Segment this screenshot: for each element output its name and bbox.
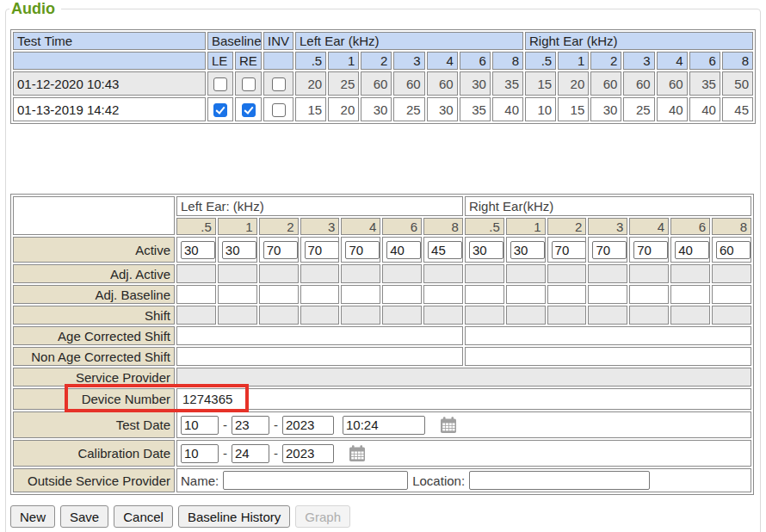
test-date-day-input[interactable] [232,416,269,435]
active-left-1-input[interactable] [181,241,215,259]
test-time-input[interactable] [343,416,425,435]
age-corrected-shift-left-cell [176,326,463,345]
service-provider-value-cell [176,368,751,387]
freq-header: 2 [590,52,621,70]
threshold-cell: 60 [393,71,424,96]
active-left-6-input[interactable] [386,241,421,259]
freq-header: 8 [722,52,753,70]
action-button-bar: New Save Cancel Baseline History Graph [10,505,350,528]
baseline-history-button[interactable]: Baseline History [178,505,290,528]
active-left-3-input[interactable] [263,241,298,259]
calendar-icon[interactable] [349,445,366,462]
empty-cell [506,285,546,304]
baseline-re-checkbox[interactable] [242,77,256,91]
active-right-5-input[interactable] [633,241,668,259]
threshold-cell: 20 [558,71,589,96]
empty-cell [176,306,216,325]
baseline-le-checkbox[interactable] [213,77,227,91]
threshold-cell: 40 [689,97,720,121]
left-ear-header: Left Ear: (kHz) [176,196,463,216]
date-separator: - [223,418,227,432]
row-label-service-provider: Service Provider [13,368,175,387]
empty-cell [218,264,257,283]
baseline-re-checkbox[interactable] [242,103,256,117]
empty-cell [341,306,380,325]
active-right-1-input[interactable] [469,241,503,259]
empty-cell [259,264,299,283]
freq-header: .5 [295,52,326,70]
test-time-cell: 01-12-2020 10:43 [13,71,206,96]
empty-cell [382,264,422,283]
row-label-shift: Shift [13,306,175,325]
active-right-4-input[interactable] [592,241,627,259]
threshold-cell: 40 [492,97,523,121]
osp-name-label: Name: [181,473,219,488]
osp-name-input[interactable] [223,471,408,490]
threshold-cell: 60 [590,71,621,96]
empty-cell [506,306,546,325]
threshold-cell: 45 [722,97,753,121]
empty-cell [259,306,299,325]
threshold-cell: 60 [657,71,688,96]
calibration-date-year-input[interactable] [282,444,334,463]
freq-header: 3 [623,52,654,70]
test-date-year-input[interactable] [282,416,334,435]
empty-cell [547,264,587,283]
baseline-le-checkbox[interactable] [213,103,227,117]
freq-header: 1 [218,218,257,235]
calibration-date-day-input[interactable] [232,444,269,463]
empty-cell [382,285,422,304]
threshold-cell: 15 [558,97,589,121]
threshold-cell: 60 [623,71,654,96]
cancel-button[interactable]: Cancel [114,505,173,528]
active-left-5-input[interactable] [345,241,380,259]
date-separator: - [274,446,278,461]
calibration-date-month-input[interactable] [181,444,219,463]
active-right-6-input[interactable] [675,241,709,259]
inv-checkbox[interactable] [272,103,286,117]
freq-header: 2 [259,218,299,235]
active-right-7-input[interactable] [716,241,751,259]
empty-cell [629,264,669,283]
osp-location-input[interactable] [469,471,650,490]
freq-header: 6 [382,218,422,235]
threshold-cell: 60 [427,71,458,96]
freq-header: .5 [525,52,556,70]
test-date-month-input[interactable] [181,416,219,435]
active-left-4-input[interactable] [305,241,339,259]
freq-header: 4 [629,218,669,235]
empty-cell [423,306,463,325]
row-label-calibration-date: Calibration Date [13,440,175,467]
active-left-2-input[interactable] [222,241,256,259]
empty-cell [341,285,380,304]
calendar-icon[interactable] [440,417,457,434]
active-right-3-input[interactable] [552,241,586,259]
blank-corner-cell [13,196,175,235]
threshold-cell: 25 [623,97,654,121]
active-right-2-input[interactable] [510,241,545,259]
empty-cell [465,306,504,325]
col-header-inv: INV [263,32,293,50]
freq-header: .5 [465,218,504,235]
col-header-test-time: Test Time [13,32,206,50]
empty-cell [259,285,299,304]
active-left-7-input[interactable] [428,241,462,259]
empty-cell [465,285,504,304]
threshold-cell: 30 [460,71,491,96]
empty-cell [176,264,216,283]
test-date-cell: - - [176,411,751,438]
empty-cell [465,264,504,283]
audio-page: Audio Test Time Baseline INV Left Ear (k… [0,0,766,532]
save-button[interactable]: Save [60,505,108,528]
threshold-cell: 30 [361,97,392,121]
col-header-le: LE [207,52,233,70]
empty-cell [629,306,669,325]
empty-cell [423,264,463,283]
inv-checkbox[interactable] [272,77,286,91]
new-button[interactable]: New [10,505,55,528]
threshold-cell: 60 [361,71,392,96]
empty-cell [300,264,340,283]
empty-cell [547,285,587,304]
row-label-device-number: Device Number [13,388,175,410]
test-time-cell: 01-13-2019 14:42 [13,97,206,121]
